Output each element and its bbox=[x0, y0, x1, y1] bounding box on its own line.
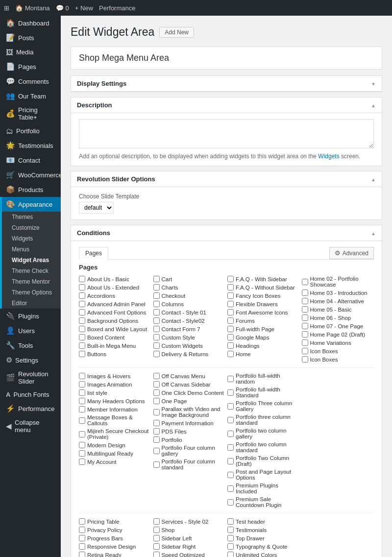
admin-bar-new[interactable]: + New bbox=[75, 4, 93, 12]
sidebar-item-dashboard[interactable]: 🏠Dashboard bbox=[0, 16, 61, 30]
page-checkbox[interactable] bbox=[302, 356, 308, 363]
admin-bar-performance[interactable]: Performance bbox=[99, 4, 135, 12]
page-checkbox[interactable] bbox=[153, 381, 160, 387]
sidebar-item-woocommerce[interactable]: 🛒WooCommerce bbox=[0, 168, 61, 182]
page-checkbox[interactable] bbox=[153, 309, 160, 315]
page-checkbox[interactable] bbox=[79, 334, 85, 340]
page-checkbox[interactable] bbox=[79, 417, 85, 424]
page-checkbox[interactable] bbox=[227, 552, 234, 557]
sidebar-item-posts[interactable]: 📝Posts bbox=[0, 30, 61, 45]
page-checkbox[interactable] bbox=[302, 290, 308, 296]
page-checkbox[interactable] bbox=[79, 317, 85, 324]
page-checkbox[interactable] bbox=[79, 326, 85, 332]
display-settings-header[interactable]: Display Settings bbox=[71, 76, 382, 92]
submenu-customize[interactable]: Customize bbox=[2, 222, 61, 233]
page-checkbox[interactable] bbox=[79, 389, 85, 396]
page-checkbox[interactable] bbox=[79, 292, 85, 299]
widgets-link[interactable]: Widgets bbox=[318, 153, 339, 160]
page-checkbox[interactable] bbox=[79, 398, 85, 404]
sidebar-item-pages[interactable]: 📄Pages bbox=[0, 59, 61, 74]
sidebar-item-products[interactable]: 📦Products bbox=[0, 182, 61, 197]
page-checkbox[interactable] bbox=[79, 552, 85, 557]
description-header[interactable]: Description bbox=[71, 97, 382, 113]
page-checkbox[interactable] bbox=[153, 420, 160, 426]
page-checkbox[interactable] bbox=[79, 342, 85, 349]
page-checkbox[interactable] bbox=[227, 458, 234, 464]
submenu-widgets[interactable]: Widgets bbox=[2, 233, 61, 244]
page-checkbox[interactable] bbox=[153, 448, 160, 454]
page-checkbox[interactable] bbox=[79, 309, 85, 315]
page-checkbox[interactable] bbox=[302, 339, 308, 346]
page-checkbox[interactable] bbox=[227, 276, 234, 282]
sidebar-item-punch-fonts[interactable]: APunch Fonts bbox=[0, 388, 61, 401]
page-checkbox[interactable] bbox=[79, 351, 85, 357]
page-checkbox[interactable] bbox=[153, 543, 160, 550]
page-checkbox[interactable] bbox=[79, 535, 85, 541]
sidebar-item-media[interactable]: 🖼Media bbox=[0, 45, 61, 59]
revolution-slider-header[interactable]: Revolution Slider Options bbox=[71, 171, 382, 187]
page-checkbox[interactable] bbox=[227, 342, 234, 349]
page-checkbox[interactable] bbox=[227, 284, 234, 291]
sidebar-item-settings[interactable]: ⚙Settings bbox=[0, 353, 61, 367]
sidebar-item-portfolio[interactable]: 🗂Portfolio bbox=[0, 124, 61, 138]
submenu-widget-areas[interactable]: Widget Areas bbox=[2, 255, 61, 266]
page-checkbox[interactable] bbox=[79, 442, 85, 448]
page-checkbox[interactable] bbox=[79, 381, 85, 387]
sidebar-item-performance[interactable]: ⚡Performance bbox=[0, 401, 61, 416]
page-checkbox[interactable] bbox=[79, 459, 85, 465]
sidebar-item-our-team[interactable]: 👥Our Team bbox=[0, 89, 61, 103]
page-checkbox[interactable] bbox=[79, 301, 85, 307]
sidebar-item-revolution-slider[interactable]: 🎬Revolution Slider bbox=[0, 367, 61, 388]
page-checkbox[interactable] bbox=[227, 389, 234, 396]
page-checkbox[interactable] bbox=[153, 461, 160, 468]
page-checkbox[interactable] bbox=[302, 323, 308, 329]
sidebar-item-plugins[interactable]: 🔌Plugins bbox=[0, 309, 61, 323]
page-checkbox[interactable] bbox=[227, 472, 234, 478]
page-checkbox[interactable] bbox=[302, 331, 308, 338]
page-checkbox[interactable] bbox=[227, 309, 234, 315]
page-checkbox[interactable] bbox=[153, 389, 160, 396]
page-checkbox[interactable] bbox=[153, 317, 160, 324]
slide-template-select[interactable]: default bbox=[79, 202, 114, 214]
page-checkbox[interactable] bbox=[153, 535, 160, 541]
page-checkbox[interactable] bbox=[227, 485, 234, 492]
tab-pages[interactable]: Pages bbox=[79, 247, 108, 260]
page-checkbox[interactable] bbox=[227, 535, 234, 541]
page-checkbox[interactable] bbox=[153, 428, 160, 435]
submenu-themes[interactable]: Themes bbox=[2, 212, 61, 222]
sidebar-item-pricing-table[interactable]: 💰Pricing Table+ bbox=[0, 103, 61, 124]
submenu-theme-mentor[interactable]: Theme Mentor bbox=[2, 276, 61, 287]
page-checkbox[interactable] bbox=[153, 552, 160, 557]
page-checkbox[interactable] bbox=[227, 543, 234, 550]
admin-bar-site[interactable]: 🏠 Montana bbox=[15, 4, 50, 12]
advanced-button[interactable]: Advanced bbox=[329, 247, 374, 259]
sidebar-item-testimonials[interactable]: 🌟Testimonials bbox=[0, 138, 61, 153]
page-checkbox[interactable] bbox=[302, 306, 308, 313]
add-new-button[interactable]: Add New bbox=[159, 27, 194, 38]
page-checkbox[interactable] bbox=[153, 436, 160, 443]
page-checkbox[interactable] bbox=[302, 298, 308, 304]
page-checkbox[interactable] bbox=[79, 450, 85, 457]
page-checkbox[interactable] bbox=[227, 334, 234, 340]
page-checkbox[interactable] bbox=[227, 527, 234, 533]
page-checkbox[interactable] bbox=[227, 292, 234, 299]
page-checkbox[interactable] bbox=[79, 276, 85, 282]
page-checkbox[interactable] bbox=[227, 351, 234, 357]
page-checkbox[interactable] bbox=[227, 376, 234, 382]
page-checkbox[interactable] bbox=[153, 284, 160, 291]
page-checkbox[interactable] bbox=[79, 431, 85, 437]
page-checkbox[interactable] bbox=[79, 543, 85, 550]
page-checkbox[interactable] bbox=[153, 326, 160, 332]
page-checkbox[interactable] bbox=[153, 527, 160, 533]
page-checkbox[interactable] bbox=[153, 342, 160, 349]
admin-bar-comments[interactable]: 💬 0 bbox=[56, 4, 69, 12]
sidebar-item-tools[interactable]: 🔧Tools bbox=[0, 338, 61, 353]
page-checkbox[interactable] bbox=[79, 518, 85, 525]
page-checkbox[interactable] bbox=[302, 315, 308, 321]
conditions-header[interactable]: Conditions bbox=[71, 225, 382, 241]
sidebar-item-collapse[interactable]: ◀Collapse menu bbox=[0, 416, 61, 436]
page-checkbox[interactable] bbox=[153, 518, 160, 525]
page-checkbox[interactable] bbox=[153, 301, 160, 307]
page-checkbox[interactable] bbox=[227, 317, 234, 324]
page-checkbox[interactable] bbox=[79, 406, 85, 412]
